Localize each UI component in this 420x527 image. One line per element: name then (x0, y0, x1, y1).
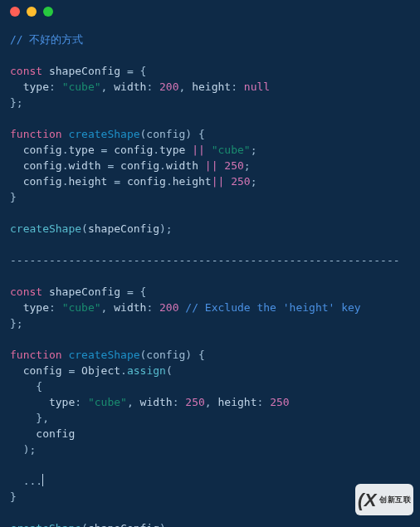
punct: : (231, 81, 244, 93)
punct: }, (36, 412, 49, 424)
fn-createShape: createShape (68, 128, 139, 140)
punct: (config) { (140, 349, 205, 361)
string-cube: "cube" (212, 144, 251, 156)
const-null: null (244, 81, 270, 93)
punct: ( (81, 222, 88, 235)
watermark-logo: (X 创新互联 (355, 484, 413, 515)
var-config: config (23, 175, 62, 188)
close-icon[interactable] (10, 7, 20, 17)
keyword-function: function (10, 349, 62, 361)
punct: : (146, 81, 159, 93)
punct: }; (10, 96, 23, 109)
punct: = (95, 144, 114, 156)
comment-bad-way: // 不好的方式 (10, 33, 83, 46)
punct: } (10, 191, 17, 203)
var-config: config (23, 144, 62, 156)
punct: (config) { (140, 128, 205, 140)
punct: . (159, 159, 166, 172)
text-cursor-icon (42, 474, 43, 486)
punct: . (120, 364, 127, 377)
punct: = (101, 159, 120, 172)
var-config: config (120, 159, 159, 172)
punct: ( (81, 522, 88, 527)
var-shapeConfig: shapeConfig (49, 65, 120, 77)
punct: , (179, 81, 193, 93)
comment-exclude: // Exclude the 'height' key (185, 301, 360, 314)
ellipsis: ... (23, 475, 42, 487)
prop-height: height (68, 175, 107, 188)
prop-type: type (49, 396, 75, 408)
punct: : (75, 396, 88, 408)
prop-width: width (114, 301, 146, 314)
prop-height: height (218, 396, 257, 408)
prop-width: width (140, 396, 173, 408)
var-config: config (23, 364, 62, 377)
punct: ( (166, 364, 173, 377)
prop-height: height (192, 81, 231, 93)
prop-width: width (68, 159, 100, 172)
punct: = (62, 364, 81, 377)
fn-assign: assign (127, 364, 166, 377)
fn-createShape: createShape (68, 349, 139, 361)
num-250: 250 (231, 175, 250, 188)
string-cube: "cube" (88, 396, 127, 408)
punct: : (173, 396, 186, 408)
punct: = { (120, 285, 146, 298)
op-or: || (185, 144, 211, 156)
punct: }; (10, 317, 23, 329)
punct: : (256, 396, 270, 408)
punct: . (166, 175, 173, 188)
punct: : (49, 301, 62, 314)
watermark-icon: (X (358, 492, 377, 508)
var-config: config (127, 175, 166, 188)
keyword-const: const (10, 65, 42, 77)
num-200: 200 (159, 301, 178, 314)
punct: : (49, 81, 62, 93)
var-config: config (114, 144, 153, 156)
num-200: 200 (159, 81, 178, 93)
prop-type: type (68, 144, 94, 156)
call-createShape: createShape (10, 222, 81, 235)
call-createShape: createShape (10, 522, 81, 527)
code-block: // 不好的方式 const shapeConfig = { type: "cu… (0, 23, 420, 527)
punct: ; (166, 222, 173, 235)
var-shapeConfig: shapeConfig (49, 285, 120, 298)
num-250: 250 (224, 159, 243, 172)
var-config: config (36, 427, 75, 440)
punct: ; (166, 522, 173, 527)
punct: , (101, 81, 115, 93)
punct: , (205, 396, 218, 408)
punct: , (127, 396, 140, 408)
prop-type: type (23, 301, 49, 314)
punct: { (36, 380, 42, 393)
punct: ; (29, 443, 36, 456)
punct: ) (159, 222, 166, 235)
punct: } (10, 490, 17, 503)
prop-height: height (173, 175, 212, 188)
divider: ----------------------------------------… (10, 254, 400, 266)
maximize-icon[interactable] (43, 7, 53, 17)
punct: : (146, 301, 159, 314)
string-cube: "cube" (62, 81, 101, 93)
watermark-text: 创新互联 (379, 492, 411, 508)
punct: , (101, 301, 115, 314)
punct: = { (120, 65, 146, 77)
punct: ) (159, 522, 166, 527)
minimize-icon[interactable] (27, 7, 37, 17)
num-250: 250 (270, 396, 289, 408)
punct: ; (251, 175, 257, 188)
var-Object: Object (81, 364, 120, 377)
var-shapeConfig: shapeConfig (88, 222, 159, 235)
prop-type: type (159, 144, 185, 156)
op-or: || (198, 159, 224, 172)
punct: . (153, 144, 159, 156)
prop-width: width (166, 159, 198, 172)
keyword-const: const (10, 285, 42, 298)
punct: = (107, 175, 126, 188)
punct: ; (251, 144, 257, 156)
prop-type: type (23, 81, 49, 93)
window-titlebar (0, 0, 420, 23)
var-shapeConfig: shapeConfig (88, 522, 159, 527)
string-cube: "cube" (62, 301, 101, 314)
num-250: 250 (185, 396, 204, 408)
